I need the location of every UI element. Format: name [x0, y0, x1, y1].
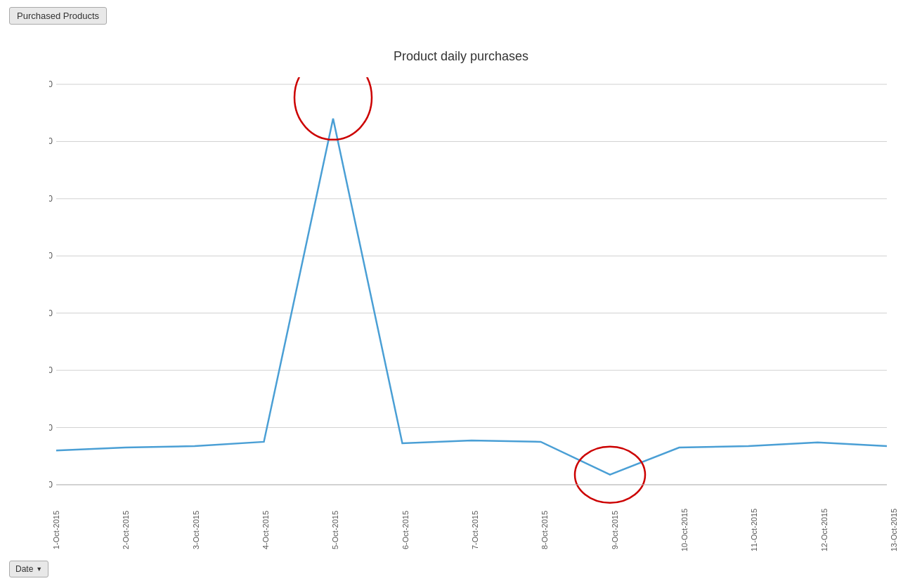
x-axis-labels: 1-Oct-20152-Oct-20153-Oct-20154-Oct-2015…	[49, 511, 901, 549]
svg-text:10000: 10000	[49, 194, 53, 204]
svg-point-16	[294, 77, 372, 140]
x-axis-label: 6-Oct-2015	[398, 511, 413, 549]
svg-text:0: 0	[49, 480, 53, 490]
purchased-products-button[interactable]: Purchased Products	[9, 7, 107, 25]
svg-text:14000: 14000	[49, 79, 53, 89]
svg-text:4000: 4000	[49, 365, 53, 375]
x-axis-label: 7-Oct-2015	[468, 511, 482, 549]
top-bar: Purchased Products	[9, 7, 107, 25]
chart-svg: 02000400060008000100001200014000	[49, 77, 901, 513]
x-axis-label: 13-Oct-2015	[887, 511, 901, 549]
svg-text:12000: 12000	[49, 136, 53, 146]
bottom-bar: Date	[9, 561, 48, 577]
x-axis-label: 8-Oct-2015	[538, 511, 552, 549]
x-axis-label: 2-Oct-2015	[119, 511, 133, 549]
svg-text:6000: 6000	[49, 308, 53, 318]
date-filter-button[interactable]: Date	[9, 561, 48, 577]
x-axis-label: 12-Oct-2015	[817, 511, 831, 549]
svg-text:2000: 2000	[49, 423, 53, 433]
x-axis-label: 11-Oct-2015	[747, 511, 761, 549]
chart-title: Product daily purchases	[0, 42, 922, 64]
x-axis-label: 10-Oct-2015	[677, 511, 692, 549]
x-axis-label: 1-Oct-2015	[49, 511, 63, 549]
y-axis	[7, 35, 49, 532]
x-axis-label: 3-Oct-2015	[189, 511, 203, 549]
svg-text:8000: 8000	[49, 251, 53, 261]
x-axis-label: 4-Oct-2015	[259, 511, 273, 549]
x-axis-label: 5-Oct-2015	[328, 511, 342, 549]
x-axis-label: 9-Oct-2015	[608, 511, 622, 549]
